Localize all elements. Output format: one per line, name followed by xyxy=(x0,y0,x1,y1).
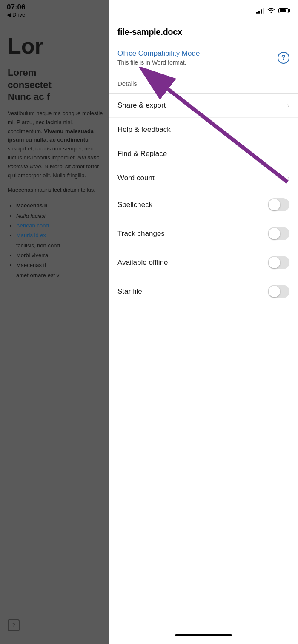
spellcheck-toggle[interactable] xyxy=(268,198,289,211)
menu-item-share-export[interactable]: Share & export › xyxy=(109,94,298,118)
compat-mode-subtitle: This file is in Word format. xyxy=(117,59,273,66)
slide-panel: file-sample.docx Office Compatibility Mo… xyxy=(109,0,298,644)
available-offline-label: Available offline xyxy=(117,258,168,267)
menu-item-available-offline[interactable]: Available offline xyxy=(109,248,298,277)
panel-header: file-sample.docx xyxy=(109,21,298,43)
chevron-right-icon: › xyxy=(287,102,289,109)
track-changes-label: Track changes xyxy=(117,230,165,238)
toggle-knob xyxy=(269,199,280,210)
document-background: 07:06 ◀ Drive Lor LoremconsectetNunc ac … xyxy=(0,0,111,644)
share-export-label: Share & export xyxy=(117,101,166,110)
signal-icon xyxy=(256,8,264,14)
track-changes-toggle[interactable] xyxy=(268,227,289,240)
help-feedback-label: Help & feedback xyxy=(117,125,171,134)
menu-item-word-count[interactable]: Word count › xyxy=(109,166,298,190)
compat-mode-title: Office Compatibility Mode xyxy=(117,49,273,58)
compat-help-button[interactable]: ? xyxy=(278,52,289,64)
available-offline-toggle[interactable] xyxy=(268,256,289,269)
star-file-toggle[interactable] xyxy=(268,285,289,298)
menu-item-find-replace[interactable]: Find & Replace xyxy=(109,142,298,166)
chevron-right-icon-2: › xyxy=(287,174,289,182)
compat-mode-row[interactable]: Office Compatibility Mode This file is i… xyxy=(109,43,298,72)
toggle-knob-4 xyxy=(269,286,280,297)
menu-item-details: Details xyxy=(109,72,298,94)
toggle-knob-2 xyxy=(269,228,280,239)
wifi-icon xyxy=(267,7,275,14)
find-replace-label: Find & Replace xyxy=(117,150,167,158)
battery-icon xyxy=(278,8,290,13)
spellcheck-label: Spellcheck xyxy=(117,201,152,209)
star-file-label: Star file xyxy=(117,287,142,296)
details-label: Details xyxy=(117,80,137,87)
word-count-label: Word count xyxy=(117,174,155,182)
toggle-knob-3 xyxy=(269,257,280,268)
menu-item-star-file[interactable]: Star file xyxy=(109,277,298,306)
menu-item-track-changes[interactable]: Track changes xyxy=(109,219,298,248)
compat-mode-info: Office Compatibility Mode This file is i… xyxy=(117,49,273,66)
menu-item-help-feedback[interactable]: Help & feedback xyxy=(109,118,298,142)
menu-item-spellcheck[interactable]: Spellcheck xyxy=(109,190,298,219)
home-indicator xyxy=(175,634,232,636)
dim-overlay xyxy=(0,0,111,644)
panel-title: file-sample.docx xyxy=(117,27,289,37)
status-bar-right xyxy=(109,0,298,21)
